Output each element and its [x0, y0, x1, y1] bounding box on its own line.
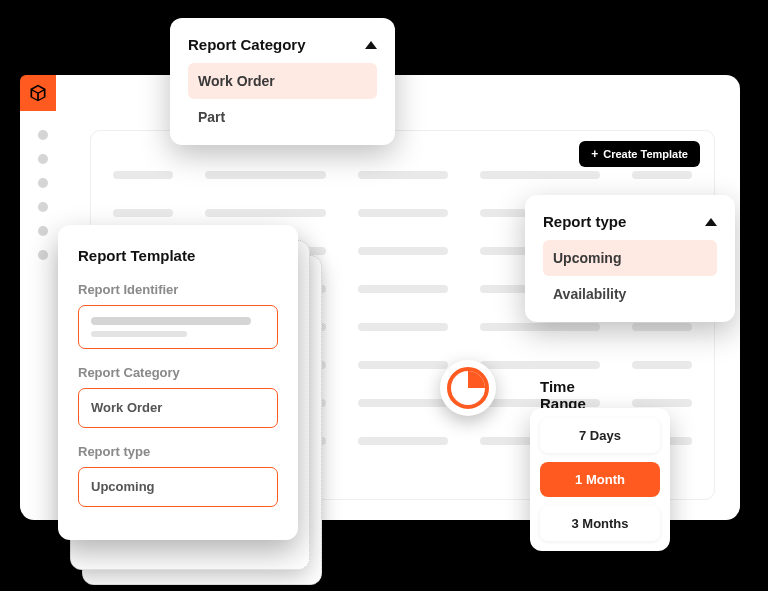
report-identifier-input[interactable]: [78, 305, 278, 349]
field-label-type: Report type: [78, 444, 278, 459]
field-label-identifier: Report Identifier: [78, 282, 278, 297]
pie-chart-icon: [440, 360, 496, 416]
dropdown-option-availability[interactable]: Availability: [543, 276, 717, 312]
panel-title: Report Template: [78, 247, 278, 264]
dropdown-title: Report Category: [188, 36, 306, 53]
report-category-input[interactable]: Work Order: [78, 388, 278, 428]
report-type-dropdown[interactable]: Report type Upcoming Availability: [525, 195, 735, 322]
dropdown-option-upcoming[interactable]: Upcoming: [543, 240, 717, 276]
report-type-input[interactable]: Upcoming: [78, 467, 278, 507]
create-template-button[interactable]: + Create Template: [579, 141, 700, 167]
time-option-1-month[interactable]: 1 Month: [540, 462, 660, 497]
report-category-dropdown[interactable]: Report Category Work Order Part: [170, 18, 395, 145]
chevron-up-icon: [705, 218, 717, 226]
dropdown-option-work-order[interactable]: Work Order: [188, 63, 377, 99]
sidebar-nav: [38, 130, 48, 260]
time-range-title: Time Range: [540, 378, 586, 412]
nav-dot[interactable]: [38, 154, 48, 164]
time-option-3-months[interactable]: 3 Months: [540, 506, 660, 541]
report-template-panel: Report Template Report Identifier Report…: [58, 225, 298, 540]
time-range-selector: 7 Days 1 Month 3 Months: [530, 408, 670, 551]
app-logo: [20, 75, 56, 111]
dropdown-title: Report type: [543, 213, 626, 230]
create-template-label: Create Template: [603, 148, 688, 160]
field-label-category: Report Category: [78, 365, 278, 380]
nav-dot[interactable]: [38, 250, 48, 260]
chevron-up-icon: [365, 41, 377, 49]
nav-dot[interactable]: [38, 202, 48, 212]
plus-icon: +: [591, 148, 598, 160]
cube-icon: [28, 83, 48, 103]
nav-dot[interactable]: [38, 130, 48, 140]
dropdown-option-part[interactable]: Part: [188, 99, 377, 135]
nav-dot[interactable]: [38, 178, 48, 188]
table-row: [113, 171, 692, 179]
time-option-7-days[interactable]: 7 Days: [540, 418, 660, 453]
nav-dot[interactable]: [38, 226, 48, 236]
